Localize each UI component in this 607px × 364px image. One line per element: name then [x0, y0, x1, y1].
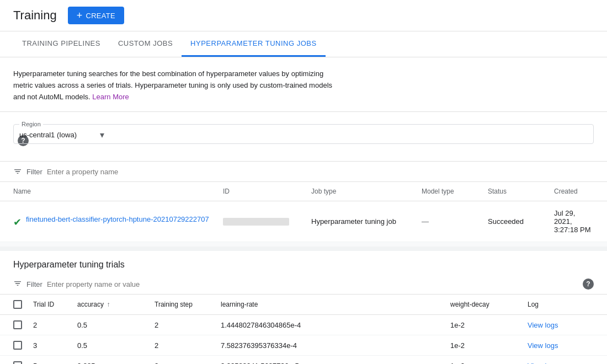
trial-learning-rate-cell: 3.22588041 5687736e-5: [221, 362, 450, 364]
trial-id-cell: 5: [33, 362, 77, 364]
id-blur: [223, 218, 289, 226]
description-section: Hyperparameter tuning searches for the b…: [0, 57, 607, 112]
trial-accuracy-cell: 0.5: [77, 321, 155, 329]
filter-label: Filter: [26, 168, 42, 176]
trial-weight-decay-cell: 1e-2: [450, 341, 528, 350]
tab-hyperparameter-tuning-jobs[interactable]: HYPERPARAMETER TUNING JOBS: [182, 31, 326, 57]
jobs-table: Name ID Job type Model type Status Creat…: [0, 182, 607, 242]
trial-checkbox-cell: [13, 320, 33, 329]
trial-learning-rate-cell: 1.4448027846304865e-4: [221, 321, 450, 329]
trial-checkbox[interactable]: [13, 320, 22, 329]
table-header: Name ID Job type Model type Status Creat…: [0, 182, 607, 201]
select-all-checkbox[interactable]: [13, 300, 22, 309]
col-trial-id: Trial ID: [33, 301, 77, 308]
col-accuracy: accuracy ↑: [77, 301, 155, 308]
trial-training-step-cell: 2: [155, 341, 221, 350]
name-cell: ✔ finetuned-bert-classifier-pytorch-hptu…: [13, 215, 223, 228]
region-section: Region us-central1 (Iowa) ▾ ?: [0, 112, 607, 162]
col-weight-decay: weight-decay: [450, 301, 528, 308]
trial-weight-decay-cell: 1e-2: [450, 362, 528, 364]
trial-id-cell: 2: [33, 321, 77, 329]
col-status: Status: [488, 188, 554, 195]
learn-more-link[interactable]: Learn More: [92, 93, 129, 101]
trial-checkbox-cell: [13, 361, 33, 364]
view-logs-link[interactable]: View logs: [528, 341, 558, 350]
tab-custom-jobs[interactable]: CUSTOM JOBS: [109, 31, 182, 57]
region-fieldset: Region us-central1 (Iowa) ▾: [13, 121, 594, 144]
trials-rows-container: 2 0.5 2 1.4448027846304865e-4 1e-2 View …: [0, 315, 607, 364]
description-text: Hyperparameter tuning searches for the b…: [13, 68, 344, 103]
trial-id-cell: 3: [33, 341, 77, 350]
filter-icon: [13, 167, 22, 176]
trial-log-cell: View logs: [528, 321, 594, 329]
col-created: Created: [554, 188, 594, 195]
trials-filter-input[interactable]: [47, 280, 140, 288]
dropdown-arrow-icon: ▾: [100, 130, 104, 140]
model-type-cell: —: [422, 217, 488, 226]
created-cell: Jul 29, 2021, 3:27:18 PM: [554, 209, 594, 234]
trial-training-step-cell: 2: [155, 321, 221, 329]
col-model-type: Model type: [422, 188, 488, 195]
trial-training-step-cell: 2: [155, 362, 221, 364]
col-training-step: Training step: [155, 301, 221, 308]
filter-bar: Filter: [0, 162, 607, 182]
page-header: Training + CREATE: [0, 0, 607, 31]
trial-checkbox[interactable]: [13, 361, 22, 364]
trials-filter-label: Filter: [26, 280, 42, 288]
filter-input[interactable]: [47, 168, 594, 176]
trials-section-title: Hyperparameter tuning trials: [0, 251, 607, 274]
view-logs-link[interactable]: View logs: [528, 321, 558, 329]
create-label: CREATE: [86, 12, 115, 20]
region-select[interactable]: us-central1 (Iowa): [19, 131, 97, 139]
trial-learning-rate-cell: 7.582376395376334e-4: [221, 341, 450, 350]
id-cell: [223, 218, 311, 226]
trial-weight-decay-cell: 1e-2: [450, 321, 528, 329]
trials-help-icon[interactable]: ?: [583, 279, 594, 290]
trial-log-cell: View logs: [528, 362, 594, 364]
col-log: Log: [528, 301, 594, 308]
region-label: Region: [19, 121, 43, 127]
trial-checkbox[interactable]: [13, 341, 22, 350]
trial-checkbox-cell: [13, 341, 33, 350]
status-cell: Succeeded: [488, 217, 554, 226]
job-name-link[interactable]: finetuned-bert-classifier-pytorch-hptune…: [26, 215, 209, 223]
view-logs-link[interactable]: View logs: [528, 362, 558, 364]
bottom-panel: Hyperparameter tuning trials Filter ? Tr…: [0, 247, 607, 364]
trial-row: 3 0.5 2 7.582376395376334e-4 1e-2 View l…: [0, 335, 607, 356]
table-row: ✔ finetuned-bert-classifier-pytorch-hptu…: [0, 201, 607, 242]
tab-training-pipelines[interactable]: TRAINING PIPELINES: [13, 31, 109, 57]
trial-accuracy-cell: 0.5: [77, 341, 155, 350]
trials-filter-icon: [13, 279, 22, 290]
create-button[interactable]: + CREATE: [68, 7, 124, 24]
trial-accuracy-cell: 0.885: [77, 362, 155, 364]
job-type-cell: Hyperparameter tuning job: [311, 217, 422, 226]
accuracy-sort-icon[interactable]: ↑: [107, 301, 110, 308]
page-title: Training: [13, 8, 57, 23]
trials-filter-bar: Filter ?: [0, 274, 607, 295]
trial-row: 5 0.885 2 3.22588041 5687736e-5 1e-2 Vie…: [0, 356, 607, 364]
trial-row: 2 0.5 2 1.4448027846304865e-4 1e-2 View …: [0, 315, 607, 335]
main-panel: Hyperparameter tuning searches for the b…: [0, 57, 607, 242]
col-job-type: Job type: [311, 188, 422, 195]
plus-icon: +: [77, 10, 83, 20]
trial-log-cell: View logs: [528, 341, 594, 350]
trials-table-header: Trial ID accuracy ↑ Training step learni…: [0, 295, 607, 315]
col-learning-rate: learning-rate: [221, 301, 450, 308]
tabs-bar: TRAINING PIPELINES CUSTOM JOBS HYPERPARA…: [0, 31, 607, 57]
col-id: ID: [223, 188, 311, 195]
col-checkbox-header: [13, 300, 33, 309]
success-icon: ✔: [13, 216, 22, 228]
col-name: Name: [13, 188, 223, 195]
